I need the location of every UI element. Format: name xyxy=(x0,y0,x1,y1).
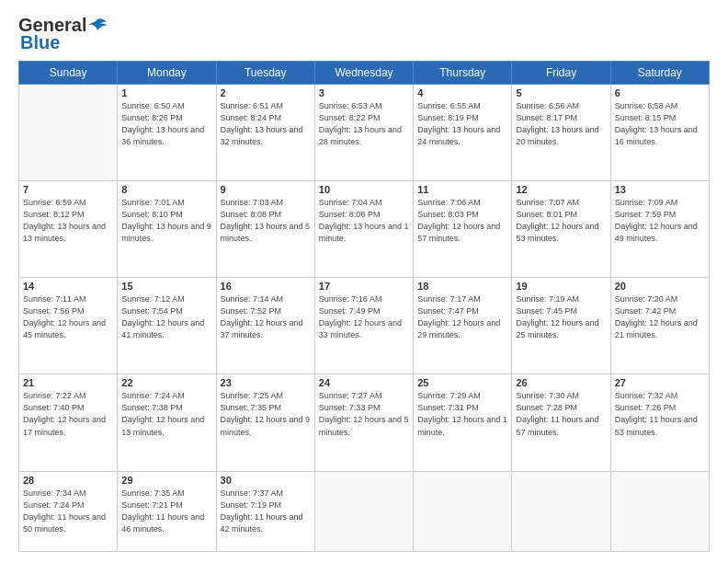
calendar-cell: 24Sunrise: 7:27 AM Sunset: 7:33 PM Dayli… xyxy=(314,374,413,471)
day-info: Sunrise: 7:29 AM Sunset: 7:31 PM Dayligh… xyxy=(417,390,507,438)
day-info: Sunrise: 6:59 AM Sunset: 8:12 PM Dayligh… xyxy=(23,197,113,245)
calendar-cell: 3Sunrise: 6:53 AM Sunset: 8:22 PM Daylig… xyxy=(314,85,413,181)
day-info: Sunrise: 7:04 AM Sunset: 8:06 PM Dayligh… xyxy=(319,197,409,245)
page-header: General Blue xyxy=(18,15,710,53)
day-number: 24 xyxy=(319,377,409,388)
calendar-cell: 22Sunrise: 7:24 AM Sunset: 7:38 PM Dayli… xyxy=(118,374,216,471)
day-number: 26 xyxy=(516,377,606,388)
day-number: 23 xyxy=(221,377,311,388)
weekday-header-sunday: Sunday xyxy=(19,62,118,85)
calendar-cell: 4Sunrise: 6:55 AM Sunset: 8:19 PM Daylig… xyxy=(414,85,512,181)
day-number: 6 xyxy=(615,87,705,98)
day-info: Sunrise: 7:09 AM Sunset: 7:59 PM Dayligh… xyxy=(615,197,705,245)
calendar-week-1: 1Sunrise: 6:50 AM Sunset: 8:26 PM Daylig… xyxy=(19,85,710,181)
day-info: Sunrise: 7:20 AM Sunset: 7:42 PM Dayligh… xyxy=(615,293,705,341)
day-number: 28 xyxy=(23,475,113,486)
day-number: 30 xyxy=(221,475,311,486)
day-number: 25 xyxy=(417,377,507,388)
calendar-cell: 13Sunrise: 7:09 AM Sunset: 7:59 PM Dayli… xyxy=(610,181,709,278)
day-info: Sunrise: 7:22 AM Sunset: 7:40 PM Dayligh… xyxy=(23,390,113,438)
calendar-cell xyxy=(512,471,610,552)
calendar-week-2: 7Sunrise: 6:59 AM Sunset: 8:12 PM Daylig… xyxy=(19,181,710,278)
calendar-cell: 23Sunrise: 7:25 AM Sunset: 7:35 PM Dayli… xyxy=(216,374,314,471)
calendar-cell: 8Sunrise: 7:01 AM Sunset: 8:10 PM Daylig… xyxy=(118,181,216,278)
calendar-cell: 18Sunrise: 7:17 AM Sunset: 7:47 PM Dayli… xyxy=(414,278,512,374)
weekday-header-thursday: Thursday xyxy=(414,62,512,85)
calendar-cell xyxy=(314,471,413,552)
day-info: Sunrise: 7:11 AM Sunset: 7:56 PM Dayligh… xyxy=(23,293,113,341)
day-info: Sunrise: 6:58 AM Sunset: 8:15 PM Dayligh… xyxy=(615,100,705,148)
calendar-week-4: 21Sunrise: 7:22 AM Sunset: 7:40 PM Dayli… xyxy=(19,374,710,471)
calendar-week-5: 28Sunrise: 7:34 AM Sunset: 7:24 PM Dayli… xyxy=(19,471,710,552)
weekday-header-monday: Monday xyxy=(118,62,216,85)
day-number: 27 xyxy=(615,377,705,388)
day-info: Sunrise: 7:34 AM Sunset: 7:24 PM Dayligh… xyxy=(23,488,113,535)
calendar-cell: 15Sunrise: 7:12 AM Sunset: 7:54 PM Dayli… xyxy=(118,278,216,374)
day-number: 7 xyxy=(23,184,113,195)
calendar-cell: 2Sunrise: 6:51 AM Sunset: 8:24 PM Daylig… xyxy=(216,85,314,181)
day-info: Sunrise: 6:50 AM Sunset: 8:26 PM Dayligh… xyxy=(121,100,211,148)
day-number: 18 xyxy=(417,281,507,292)
calendar-cell: 21Sunrise: 7:22 AM Sunset: 7:40 PM Dayli… xyxy=(19,374,118,471)
day-number: 20 xyxy=(615,281,705,292)
day-number: 3 xyxy=(319,87,409,98)
day-info: Sunrise: 7:14 AM Sunset: 7:52 PM Dayligh… xyxy=(221,293,311,341)
day-number: 29 xyxy=(121,475,211,486)
day-info: Sunrise: 7:25 AM Sunset: 7:35 PM Dayligh… xyxy=(221,390,311,438)
day-info: Sunrise: 7:06 AM Sunset: 8:03 PM Dayligh… xyxy=(417,197,507,245)
calendar-cell: 26Sunrise: 7:30 AM Sunset: 7:28 PM Dayli… xyxy=(512,374,610,471)
calendar-cell: 5Sunrise: 6:56 AM Sunset: 8:17 PM Daylig… xyxy=(512,85,610,181)
weekday-header-wednesday: Wednesday xyxy=(314,62,413,85)
calendar-cell: 20Sunrise: 7:20 AM Sunset: 7:42 PM Dayli… xyxy=(610,278,709,374)
day-info: Sunrise: 7:17 AM Sunset: 7:47 PM Dayligh… xyxy=(417,293,507,341)
day-info: Sunrise: 7:27 AM Sunset: 7:33 PM Dayligh… xyxy=(319,390,409,438)
day-number: 19 xyxy=(516,281,606,292)
calendar-cell: 12Sunrise: 7:07 AM Sunset: 8:01 PM Dayli… xyxy=(512,181,610,278)
day-number: 11 xyxy=(417,184,507,195)
calendar-cell: 19Sunrise: 7:19 AM Sunset: 7:45 PM Dayli… xyxy=(512,278,610,374)
day-number: 2 xyxy=(221,87,311,98)
calendar-cell: 7Sunrise: 6:59 AM Sunset: 8:12 PM Daylig… xyxy=(19,181,118,278)
day-info: Sunrise: 7:03 AM Sunset: 8:08 PM Dayligh… xyxy=(221,197,311,245)
calendar-cell: 30Sunrise: 7:37 AM Sunset: 7:19 PM Dayli… xyxy=(216,471,314,552)
day-info: Sunrise: 7:35 AM Sunset: 7:21 PM Dayligh… xyxy=(121,488,211,535)
day-info: Sunrise: 6:53 AM Sunset: 8:22 PM Dayligh… xyxy=(319,100,409,148)
day-info: Sunrise: 6:51 AM Sunset: 8:24 PM Dayligh… xyxy=(221,100,311,148)
calendar-cell: 29Sunrise: 7:35 AM Sunset: 7:21 PM Dayli… xyxy=(118,471,216,552)
day-info: Sunrise: 6:56 AM Sunset: 8:17 PM Dayligh… xyxy=(516,100,606,148)
calendar-cell: 14Sunrise: 7:11 AM Sunset: 7:56 PM Dayli… xyxy=(19,278,118,374)
calendar-cell: 17Sunrise: 7:16 AM Sunset: 7:49 PM Dayli… xyxy=(314,278,413,374)
logo-bird-icon xyxy=(88,17,107,34)
calendar-cell: 1Sunrise: 6:50 AM Sunset: 8:26 PM Daylig… xyxy=(118,85,216,181)
calendar-cell: 27Sunrise: 7:32 AM Sunset: 7:26 PM Dayli… xyxy=(610,374,709,471)
day-number: 4 xyxy=(417,87,507,98)
day-number: 15 xyxy=(121,281,211,292)
calendar-cell: 11Sunrise: 7:06 AM Sunset: 8:03 PM Dayli… xyxy=(414,181,512,278)
calendar-cell xyxy=(414,471,512,552)
day-info: Sunrise: 7:01 AM Sunset: 8:10 PM Dayligh… xyxy=(121,197,211,245)
day-number: 22 xyxy=(121,377,211,388)
day-info: Sunrise: 6:55 AM Sunset: 8:19 PM Dayligh… xyxy=(417,100,507,148)
day-number: 9 xyxy=(221,184,311,195)
calendar-cell: 6Sunrise: 6:58 AM Sunset: 8:15 PM Daylig… xyxy=(610,85,709,181)
day-number: 16 xyxy=(221,281,311,292)
weekday-header-row: SundayMondayTuesdayWednesdayThursdayFrid… xyxy=(19,62,710,85)
day-number: 8 xyxy=(121,184,211,195)
day-number: 1 xyxy=(121,87,211,98)
day-number: 21 xyxy=(23,377,113,388)
calendar-week-3: 14Sunrise: 7:11 AM Sunset: 7:56 PM Dayli… xyxy=(19,278,710,374)
calendar-cell: 28Sunrise: 7:34 AM Sunset: 7:24 PM Dayli… xyxy=(19,471,118,552)
calendar-cell: 16Sunrise: 7:14 AM Sunset: 7:52 PM Dayli… xyxy=(216,278,314,374)
day-number: 17 xyxy=(319,281,409,292)
weekday-header-tuesday: Tuesday xyxy=(216,62,314,85)
day-number: 5 xyxy=(516,87,606,98)
logo: General Blue xyxy=(18,15,107,53)
day-info: Sunrise: 7:19 AM Sunset: 7:45 PM Dayligh… xyxy=(516,293,606,341)
day-info: Sunrise: 7:12 AM Sunset: 7:54 PM Dayligh… xyxy=(121,293,211,341)
day-number: 10 xyxy=(319,184,409,195)
calendar-cell xyxy=(610,471,709,552)
day-number: 14 xyxy=(23,281,113,292)
day-info: Sunrise: 7:32 AM Sunset: 7:26 PM Dayligh… xyxy=(615,390,705,438)
calendar-cell xyxy=(19,85,118,181)
calendar-cell: 9Sunrise: 7:03 AM Sunset: 8:08 PM Daylig… xyxy=(216,181,314,278)
